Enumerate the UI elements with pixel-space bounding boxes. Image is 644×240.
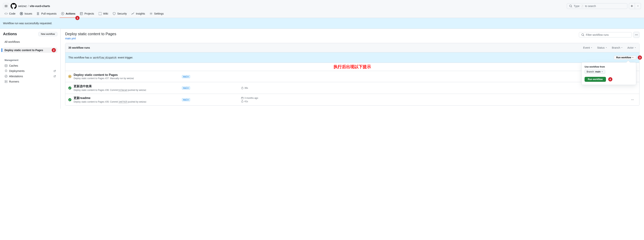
branch-label[interactable]: main: [182, 86, 190, 90]
filter-branch[interactable]: Branch: [612, 46, 623, 49]
svg-point-23: [633, 99, 634, 100]
run-title: 更新选中效果: [74, 84, 180, 88]
run-title: Deploy static content to Pages: [74, 73, 180, 77]
page-title: Deploy static content to Pages: [65, 32, 116, 36]
search-input[interactable]: Type / to search: [567, 3, 627, 9]
main-title-block: Deploy static content to Pages main.yml: [65, 32, 116, 40]
graph-icon: [131, 12, 134, 15]
main-header-right: Filter workflow runs: [579, 32, 640, 38]
server-icon: [4, 80, 8, 83]
search-key: /: [581, 5, 584, 8]
issue-icon: [20, 12, 23, 15]
filter-runs-input[interactable]: Filter workflow runs: [579, 32, 632, 38]
tab-wiki[interactable]: Wiki: [97, 10, 110, 18]
status-success-icon: [68, 98, 71, 101]
workflow-run-row[interactable]: 更新readme Deploy static content to Pages …: [65, 94, 639, 106]
search-placeholder-suffix: to search: [585, 4, 596, 8]
kebab-icon: [635, 33, 638, 36]
run-duration: 41s: [241, 100, 626, 103]
sidebar-deployments[interactable]: Deployments: [3, 68, 57, 74]
svg-rect-19: [241, 97, 244, 99]
sidebar-caches[interactable]: Caches: [3, 63, 57, 68]
run-workflow-dropdown-btn[interactable]: Run workflow: [614, 56, 636, 60]
workflow-run-row[interactable]: 更新选中效果 Deploy static content to Pages #3…: [65, 82, 639, 94]
github-icon: [10, 3, 17, 9]
svg-point-12: [636, 35, 637, 35]
more-actions-button[interactable]: [634, 32, 640, 38]
workflow-runs-box: 35 workflow runs Event Status Branch: [65, 43, 640, 106]
app-header: weizwz / vite-vue3-charts Type / to sear…: [0, 0, 644, 10]
sidebar-workflow-deploy[interactable]: Deploy static content to Pages 2: [3, 48, 57, 53]
sidebar-attestations[interactable]: Attestations: [3, 74, 57, 79]
runs-count: 35 workflow runs: [68, 46, 90, 49]
new-workflow-button[interactable]: New workflow: [38, 32, 57, 36]
caret-down-icon: [637, 5, 639, 7]
github-logo[interactable]: [10, 3, 17, 9]
management-title: Management: [3, 57, 57, 63]
commit-link[interactable]: b13acad: [118, 89, 127, 92]
main-layout: Actions New workflow All workflows Deplo…: [0, 29, 644, 109]
svg-point-11: [635, 35, 636, 35]
rocket-icon: [4, 70, 8, 72]
branch-label[interactable]: main: [182, 75, 190, 78]
svg-point-18: [68, 98, 71, 101]
run-duration: 36s: [241, 87, 626, 89]
tab-pull-requests[interactable]: Pull requests: [35, 10, 58, 18]
external-link-icon: [54, 70, 56, 72]
search-icon: [569, 4, 572, 8]
tab-settings[interactable]: Settings: [148, 10, 165, 18]
stopwatch-icon: [241, 87, 244, 89]
success-banner: Workflow run was successfully requested.: [0, 18, 644, 29]
svg-rect-7: [5, 80, 7, 82]
tab-code[interactable]: Code: [3, 10, 17, 18]
svg-rect-8: [5, 82, 7, 83]
hamburger-menu[interactable]: [3, 3, 9, 9]
tab-insights[interactable]: Insights: [130, 10, 146, 18]
run-workflow-submit[interactable]: Run workflow: [584, 77, 606, 82]
cache-icon: [4, 64, 8, 67]
run-info: 更新readme Deploy static content to Pages …: [74, 96, 180, 103]
runs-filters: Event Status Branch Actor: [583, 46, 636, 49]
kebab-icon: [631, 98, 634, 101]
dispatch-code: workflow_dispatch: [92, 56, 117, 59]
create-menu: [629, 3, 641, 9]
caret-down-icon: [634, 47, 636, 49]
filter-event[interactable]: Event: [583, 46, 592, 49]
tab-issues[interactable]: Issues: [18, 10, 34, 18]
sidebar-all-workflows[interactable]: All workflows: [3, 39, 57, 44]
sidebar-title: Actions: [3, 32, 17, 36]
commit-link[interactable]: 1eb7d15: [118, 100, 128, 103]
annotation-badge-2: 2: [52, 48, 56, 52]
branch-select[interactable]: Branch: main: [584, 70, 605, 74]
create-dropdown[interactable]: [635, 3, 641, 9]
workflow-run-row[interactable]: Deploy static content to Pages Deploy st…: [65, 71, 639, 82]
stopwatch-icon: [241, 100, 244, 103]
caret-down-icon: [606, 47, 607, 49]
annotation-badge-3: 3: [638, 56, 642, 60]
tab-projects[interactable]: Projects: [78, 10, 96, 18]
code-icon: [4, 12, 8, 15]
tab-actions[interactable]: Actions 1: [60, 10, 77, 18]
filter-actor[interactable]: Actor: [627, 46, 636, 49]
run-info: 更新选中效果 Deploy static content to Pages #3…: [74, 84, 180, 92]
create-button[interactable]: [629, 3, 635, 9]
gear-icon: [150, 12, 152, 15]
branch-label[interactable]: main: [182, 98, 190, 101]
run-subtitle: Deploy static content to Pages #35: Comm…: [74, 100, 180, 103]
workflow-file-link[interactable]: main.yml: [65, 37, 76, 40]
svg-point-15: [69, 76, 70, 77]
svg-point-16: [68, 86, 71, 90]
tab-security[interactable]: Security: [111, 10, 128, 18]
breadcrumb-repo[interactable]: vite-vue3-charts: [30, 4, 50, 8]
book-icon: [99, 12, 102, 15]
repo-tabs: Code Issues Pull requests Actions 1 Proj…: [0, 10, 644, 18]
runs-list-header: 35 workflow runs Event Status Branch: [65, 43, 639, 52]
breadcrumb-owner[interactable]: weizwz: [18, 4, 27, 8]
run-actions-menu[interactable]: [629, 98, 636, 101]
status-success-icon: [68, 86, 71, 90]
sidebar-runners[interactable]: Runners: [3, 79, 57, 84]
plus-icon: [630, 4, 634, 8]
filter-status[interactable]: Status: [597, 46, 607, 49]
popup-title: Use workflow from: [584, 66, 633, 68]
dispatch-text: This workflow has a workflow_dispatch ev…: [68, 56, 133, 59]
